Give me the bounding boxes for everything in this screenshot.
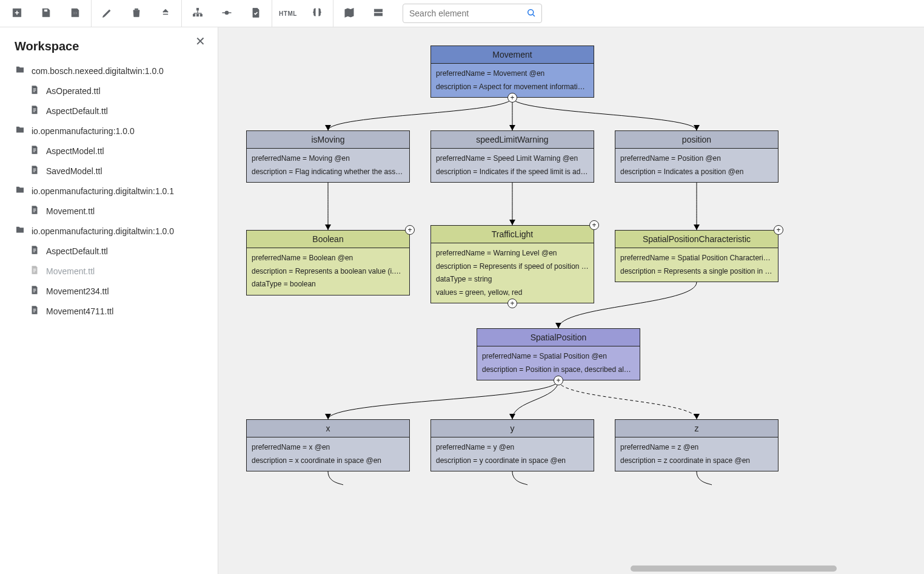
- folder-icon: [15, 64, 25, 77]
- workspace-file[interactable]: AspectDefault.ttl: [12, 101, 206, 121]
- diagram-node-x[interactable]: xpreferredName = x @endescription = x co…: [246, 419, 410, 471]
- file-icon: [29, 285, 40, 297]
- file-label: Movement234.ttl: [46, 286, 109, 296]
- node-property: preferredName = Warning Level @en: [436, 247, 589, 260]
- toolbar-separator: [181, 0, 182, 27]
- node-property: preferredName = Boolean @en: [252, 252, 404, 265]
- panels-icon: [372, 7, 384, 21]
- diagram-node-y[interactable]: ypreferredName = y @endescription = y co…: [430, 419, 594, 471]
- node-property: description = Represents if speed of pos…: [436, 260, 589, 274]
- svg-rect-5: [200, 14, 202, 16]
- diagram-node-isMoving[interactable]: isMovingpreferredName = Moving @endescri…: [246, 130, 410, 183]
- diagram-node-spatialPositionChar[interactable]: SpatialPositionCharacteristicpreferredNa…: [615, 230, 778, 282]
- node-title: Movement: [431, 46, 594, 64]
- file-label: SavedModel.ttl: [46, 166, 102, 176]
- expand-handle[interactable]: +: [774, 225, 783, 235]
- file-icon: [29, 204, 40, 217]
- file-label: AspectModel.ttl: [46, 146, 104, 156]
- workspace-file[interactable]: AsOperated.ttl: [12, 81, 206, 101]
- layout-button[interactable]: [183, 0, 212, 27]
- diagram-canvas[interactable]: MovementpreferredName = Movement @endesc…: [218, 27, 924, 574]
- file-label: AspectDefault.ttl: [46, 106, 108, 116]
- minimap-button[interactable]: [364, 0, 393, 27]
- node-property: preferredName = Spatial Position Charact…: [620, 252, 773, 265]
- svg-text:D: D: [73, 10, 77, 16]
- expand-handle[interactable]: +: [507, 299, 517, 308]
- diagram-node-speedLimitWarning[interactable]: speedLimitWarningpreferredName = Speed L…: [430, 130, 594, 183]
- expand-handle[interactable]: +: [507, 93, 517, 103]
- file-icon: [29, 265, 40, 277]
- diagram-node-spatialPosition[interactable]: SpatialPositionpreferredName = Spatial P…: [477, 328, 640, 380]
- node-property: values = green, yellow, red: [436, 286, 589, 300]
- workspace-namespace[interactable]: io.openmanufacturing.digitaltwin:1.0.1: [12, 181, 206, 201]
- diagram-node-boolean[interactable]: BooleanpreferredName = Boolean @endescri…: [246, 230, 410, 295]
- collapse-button[interactable]: [151, 0, 180, 27]
- file-icon: [29, 164, 40, 177]
- workspace-namespace[interactable]: io.openmanufacturing.digitaltwin:1.0.0: [12, 221, 206, 241]
- svg-rect-8: [374, 13, 382, 15]
- node-property: preferredName = y @en: [436, 441, 589, 454]
- save-as-button[interactable]: D: [61, 0, 90, 27]
- html-export-button[interactable]: HTML: [273, 0, 303, 27]
- save-icon: [40, 7, 52, 21]
- diagram-node-movement[interactable]: MovementpreferredName = Movement @endesc…: [430, 46, 594, 98]
- node-property: description = Flag indicating whether th…: [252, 166, 404, 179]
- save-d-icon: D: [69, 7, 81, 21]
- workspace-file[interactable]: SavedModel.ttl: [12, 161, 206, 181]
- workspace-file[interactable]: AspectDefault.ttl: [12, 241, 206, 261]
- trash-icon: [130, 7, 142, 21]
- expand-handle[interactable]: +: [554, 376, 563, 385]
- node-body: preferredName = Spatial Position Charact…: [615, 248, 778, 282]
- node-title: y: [431, 420, 594, 437]
- node-property: preferredName = Moving @en: [252, 152, 404, 166]
- node-title: speedLimitWarning: [431, 131, 594, 149]
- expand-handle[interactable]: +: [405, 225, 415, 235]
- workspace-namespace[interactable]: io.openmanufacturing:1.0.0: [12, 121, 206, 141]
- svg-rect-3: [193, 14, 195, 16]
- hierarchy-icon: [192, 7, 204, 21]
- search-box[interactable]: [403, 4, 542, 23]
- search-input[interactable]: [408, 8, 526, 19]
- workspace-file[interactable]: Movement.ttl: [12, 261, 206, 281]
- delete-button[interactable]: [122, 0, 151, 27]
- workspace-file[interactable]: Movement4711.ttl: [12, 301, 206, 321]
- svg-point-6: [226, 11, 229, 14]
- node-property: description = Indicates a position @en: [620, 166, 773, 179]
- namespace-label: com.bosch.nexeed.digitaltwin:1.0.0: [32, 66, 164, 76]
- map-button[interactable]: [335, 0, 364, 27]
- file-icon: [29, 84, 40, 97]
- json-export-button[interactable]: [303, 0, 332, 27]
- map-icon: [343, 7, 355, 21]
- node-body: preferredName = z @endescription = z coo…: [615, 437, 778, 471]
- save-button[interactable]: [32, 0, 61, 27]
- validate-button[interactable]: [241, 0, 270, 27]
- node-body: preferredName = x @endescription = x coo…: [247, 437, 409, 471]
- diagram-node-trafficLight[interactable]: TrafficLightpreferredName = Warning Leve…: [430, 225, 594, 303]
- workspace-file[interactable]: Movement.ttl: [12, 201, 206, 221]
- file-label: AsOperated.ttl: [46, 86, 101, 96]
- new-button[interactable]: [2, 0, 32, 27]
- workspace-file[interactable]: Movement234.ttl: [12, 281, 206, 301]
- node-body: preferredName = Spatial Position @endesc…: [477, 346, 640, 380]
- horizontal-scrollbar[interactable]: [631, 566, 837, 572]
- namespace-label: io.openmanufacturing.digitaltwin:1.0.0: [32, 226, 174, 236]
- main: ✕ Workspace com.bosch.nexeed.digitaltwin…: [0, 27, 924, 574]
- expand-handle[interactable]: +: [589, 220, 599, 230]
- close-panel-button[interactable]: ✕: [192, 33, 209, 49]
- node-property: preferredName = Spatial Position @en: [482, 350, 635, 363]
- diagram-node-z[interactable]: zpreferredName = z @endescription = z co…: [615, 419, 778, 471]
- svg-rect-2: [196, 8, 198, 10]
- svg-rect-0: [44, 9, 48, 12]
- workspace-namespace[interactable]: com.bosch.nexeed.digitaltwin:1.0.0: [12, 61, 206, 81]
- folder-icon: [15, 225, 25, 237]
- workspace-file[interactable]: AspectModel.ttl: [12, 141, 206, 161]
- node-property: description = Indicates if the speed lim…: [436, 166, 589, 179]
- edit-button[interactable]: [93, 0, 122, 27]
- file-icon: [29, 245, 40, 257]
- file-label: Movement.ttl: [46, 266, 95, 276]
- node-property: description = Represents a boolean value…: [252, 265, 404, 279]
- diagram-node-position[interactable]: positionpreferredName = Position @endesc…: [615, 130, 778, 183]
- commit-button[interactable]: [212, 0, 241, 27]
- close-icon: ✕: [195, 35, 206, 48]
- svg-rect-7: [374, 9, 382, 12]
